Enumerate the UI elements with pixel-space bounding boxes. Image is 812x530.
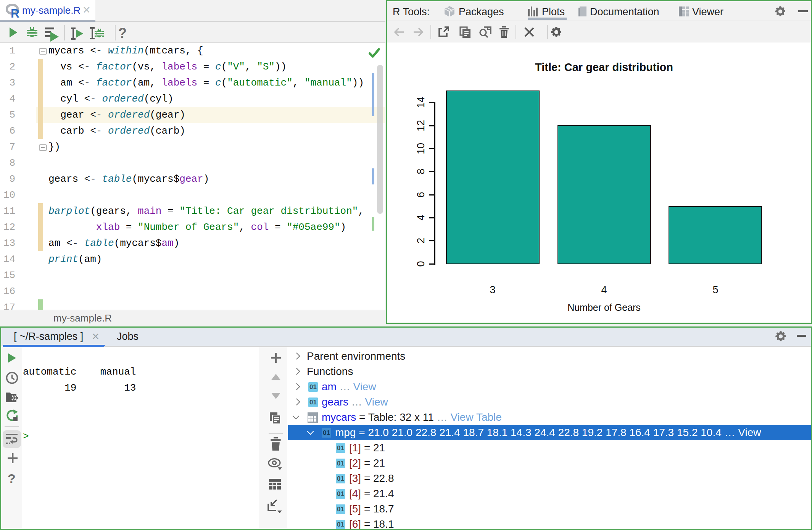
svg-text:R: R [11, 6, 19, 18]
